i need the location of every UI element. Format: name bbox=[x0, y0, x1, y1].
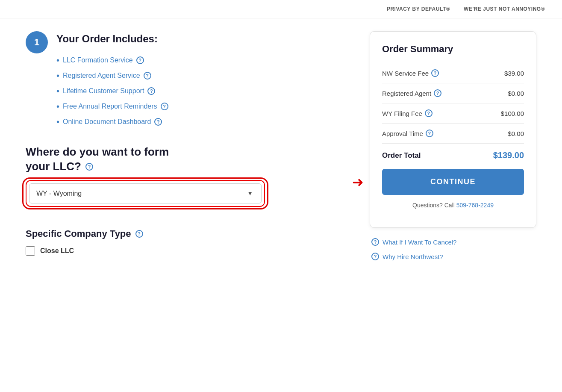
nw-fee-help-icon[interactable]: ? bbox=[431, 69, 439, 77]
close-llc-label[interactable]: Close LLC bbox=[40, 247, 74, 255]
summary-row-filing-fee: WY Filing Fee ? $100.00 bbox=[382, 103, 524, 124]
list-item: LLC Formation Service ? bbox=[56, 53, 168, 68]
list-item: Lifetime Customer Support ? bbox=[56, 83, 168, 99]
list-item: Online Document Dashboard ? bbox=[56, 114, 168, 130]
summary-row-nw-fee: NW Service Fee ? $39.00 bbox=[382, 63, 524, 83]
nw-fee-value: $39.00 bbox=[504, 70, 524, 77]
why-nw-link[interactable]: Why Hire Northwest? bbox=[383, 253, 443, 260]
top-bar: PRIVACY BY DEFAULT® WE'RE JUST NOT ANNOY… bbox=[0, 0, 562, 18]
state-form-title-line1: Where do you want to form bbox=[26, 145, 353, 159]
order-includes-block: Your Order Includes: LLC Formation Servi… bbox=[56, 31, 168, 130]
below-card-links: ? What If I Want To Cancel? ? Why Hire N… bbox=[370, 235, 536, 264]
why-nw-help-icon[interactable]: ? bbox=[371, 253, 379, 260]
document-dashboard-link[interactable]: Online Document Dashboard bbox=[63, 118, 151, 126]
cancel-help-icon[interactable]: ? bbox=[371, 238, 379, 246]
registered-agent-link[interactable]: Registered Agent Service bbox=[63, 72, 140, 80]
llc-formation-link[interactable]: LLC Formation Service bbox=[63, 56, 133, 64]
summary-row-approval-time: Approval Time ? $0.00 bbox=[382, 124, 524, 144]
state-select-container: WY - Wyoming AL - Alabama AK - Alaska AZ… bbox=[26, 180, 265, 207]
summary-row-registered-agent: Registered Agent ? $0.00 bbox=[382, 83, 524, 103]
privacy-label: PRIVACY BY DEFAULT® bbox=[387, 6, 450, 12]
list-item: Registered Agent Service ? bbox=[56, 68, 168, 83]
close-llc-row: Close LLC bbox=[26, 246, 353, 256]
continue-button[interactable]: CONTINUE bbox=[382, 169, 524, 195]
annual-report-help-icon[interactable]: ? bbox=[161, 103, 168, 110]
summary-total-row: Order Total $139.00 bbox=[382, 144, 524, 169]
state-select[interactable]: WY - Wyoming AL - Alabama AK - Alaska AZ… bbox=[29, 183, 262, 203]
specific-company-title: Specific Company Type ? bbox=[26, 228, 353, 239]
state-form-title: Where do you want to form your LLC? ? bbox=[26, 145, 353, 174]
main-content: 1 Your Order Includes: LLC Formation Ser… bbox=[0, 18, 562, 277]
annual-report-link[interactable]: Free Annual Report Reminders bbox=[63, 103, 157, 110]
close-llc-checkbox[interactable] bbox=[26, 246, 35, 256]
registered-agent-help-icon[interactable]: ? bbox=[144, 72, 151, 80]
phone-link[interactable]: 509-768-2249 bbox=[456, 202, 494, 209]
step-circle: 1 bbox=[26, 31, 48, 53]
left-section: 1 Your Order Includes: LLC Formation Ser… bbox=[26, 31, 353, 264]
step-header: 1 Your Order Includes: LLC Formation Ser… bbox=[26, 31, 353, 130]
list-item: Free Annual Report Reminders ? bbox=[56, 99, 168, 114]
registered-agent-value: $0.00 bbox=[508, 90, 524, 97]
order-summary-card: Order Summary NW Service Fee ? $39.00 Re… bbox=[370, 31, 536, 228]
questions-text: Questions? Call 509-768-2249 bbox=[382, 202, 524, 209]
state-form-title-row: your LLC? ? bbox=[26, 159, 353, 174]
lifetime-support-help-icon[interactable]: ? bbox=[147, 87, 155, 95]
registered-agent-label: Registered Agent bbox=[382, 90, 431, 97]
state-select-wrapper: WY - Wyoming AL - Alabama AK - Alaska AZ… bbox=[29, 183, 262, 203]
state-form-help-icon[interactable]: ? bbox=[85, 163, 93, 171]
filing-fee-value: $100.00 bbox=[501, 110, 524, 117]
step-number: 1 bbox=[34, 37, 39, 48]
registered-agent-fee-help-icon[interactable]: ? bbox=[434, 89, 441, 97]
continue-button-wrapper: ➜ CONTINUE bbox=[382, 169, 524, 195]
filing-fee-label: WY Filing Fee bbox=[382, 110, 422, 117]
cancel-link[interactable]: What If I Want To Cancel? bbox=[383, 239, 456, 246]
arrow-annotation-icon: ➜ bbox=[352, 174, 364, 190]
why-nw-link-row: ? Why Hire Northwest? bbox=[371, 249, 535, 264]
right-section: Order Summary NW Service Fee ? $39.00 Re… bbox=[370, 31, 536, 264]
order-total-value: $139.00 bbox=[493, 150, 524, 160]
state-form-section: Where do you want to form your LLC? ? WY… bbox=[26, 145, 353, 207]
document-dashboard-help-icon[interactable]: ? bbox=[154, 118, 162, 126]
approval-time-help-icon[interactable]: ? bbox=[426, 130, 433, 137]
llc-formation-help-icon[interactable]: ? bbox=[136, 56, 144, 64]
lifetime-support-link[interactable]: Lifetime Customer Support bbox=[63, 87, 144, 95]
specific-company-section: Specific Company Type ? Close LLC bbox=[26, 228, 353, 256]
specific-company-help-icon[interactable]: ? bbox=[135, 230, 143, 238]
nw-fee-label: NW Service Fee bbox=[382, 70, 429, 77]
order-summary-title: Order Summary bbox=[382, 44, 524, 55]
order-includes-list: LLC Formation Service ? Registered Agent… bbox=[56, 53, 168, 130]
approval-time-label: Approval Time bbox=[382, 130, 423, 137]
not-annoying-label: WE'RE JUST NOT ANNOYING® bbox=[464, 6, 545, 12]
cancel-link-row: ? What If I Want To Cancel? bbox=[371, 235, 535, 249]
approval-time-value: $0.00 bbox=[508, 130, 524, 137]
filing-fee-help-icon[interactable]: ? bbox=[425, 109, 433, 117]
order-total-label: Order Total bbox=[382, 151, 421, 160]
order-includes-title: Your Order Includes: bbox=[56, 31, 168, 45]
